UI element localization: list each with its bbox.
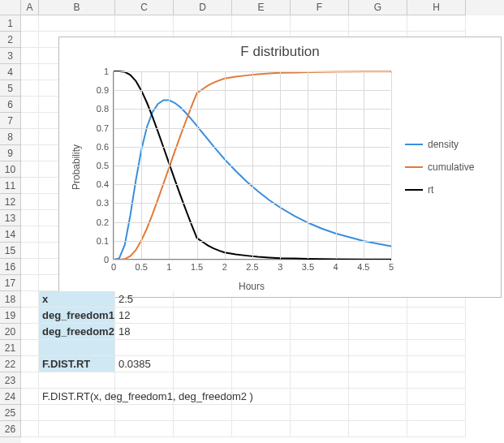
- grid-cell[interactable]: [232, 405, 291, 421]
- grid-cell[interactable]: [21, 64, 39, 80]
- row-header-8[interactable]: 8: [0, 129, 21, 145]
- grid-cell[interactable]: [39, 372, 115, 389]
- row-header-17[interactable]: 17: [0, 275, 21, 291]
- grid-cell[interactable]: [349, 405, 407, 421]
- grid-cell[interactable]: [407, 340, 466, 356]
- col-header-F[interactable]: F: [291, 0, 349, 15]
- grid-cell[interactable]: [407, 356, 466, 372]
- grid-cell[interactable]: [349, 15, 407, 32]
- col-header-E[interactable]: E: [232, 0, 291, 15]
- row-header-20[interactable]: 20: [0, 324, 21, 340]
- col-header-A[interactable]: A: [21, 0, 39, 15]
- grid-cell[interactable]: [115, 421, 174, 437]
- grid-cell[interactable]: [174, 372, 232, 389]
- row-header-26[interactable]: 26: [0, 421, 21, 437]
- grid-cell[interactable]: [349, 324, 407, 340]
- row-header-14[interactable]: 14: [0, 226, 21, 243]
- grid-cell[interactable]: [21, 372, 39, 389]
- grid-cell[interactable]: [39, 405, 115, 421]
- grid-cell[interactable]: [174, 421, 232, 437]
- legend-item-cumulative[interactable]: cumulative: [405, 161, 494, 173]
- grid-cell[interactable]: [407, 15, 466, 32]
- row-header-2[interactable]: 2: [0, 32, 21, 48]
- grid-cell[interactable]: [291, 308, 349, 324]
- grid-cell[interactable]: [349, 356, 407, 372]
- grid-cell[interactable]: [21, 308, 39, 324]
- cell-C22[interactable]: 0.0385: [115, 356, 174, 372]
- grid-cell[interactable]: [407, 324, 466, 340]
- row-header-9[interactable]: 9: [0, 145, 21, 161]
- grid-cell[interactable]: [174, 405, 232, 421]
- grid-cell[interactable]: [21, 243, 39, 259]
- col-header-H[interactable]: H: [407, 0, 466, 15]
- grid-cell[interactable]: [232, 372, 291, 389]
- row-header-23[interactable]: 23: [0, 372, 21, 389]
- col-header-D[interactable]: D: [174, 0, 232, 15]
- grid-cell[interactable]: [232, 15, 291, 32]
- grid-cell[interactable]: [232, 421, 291, 437]
- grid-cell[interactable]: [21, 194, 39, 210]
- row-header-10[interactable]: 10: [0, 161, 21, 178]
- grid-cell[interactable]: [21, 324, 39, 340]
- grid-cell[interactable]: [174, 356, 232, 372]
- grid-cell[interactable]: [291, 340, 349, 356]
- grid-cell[interactable]: [115, 405, 174, 421]
- grid-cell[interactable]: [21, 226, 39, 243]
- cell-C20[interactable]: 18: [115, 324, 174, 340]
- grid-cell[interactable]: [21, 210, 39, 226]
- grid-cell[interactable]: [232, 324, 291, 340]
- grid-cell[interactable]: [21, 421, 39, 437]
- grid-cell[interactable]: [21, 291, 39, 308]
- grid-cell[interactable]: [115, 372, 174, 389]
- grid-cell[interactable]: [21, 48, 39, 64]
- grid-cell[interactable]: [21, 405, 39, 421]
- row-header-1[interactable]: 1: [0, 15, 21, 32]
- row-header-3[interactable]: 3: [0, 48, 21, 64]
- row-header-19[interactable]: 19: [0, 308, 21, 324]
- grid-cell[interactable]: [21, 161, 39, 178]
- grid-cell[interactable]: [21, 340, 39, 356]
- chart-container[interactable]: F distribution Probability 00.10.20.30.4…: [58, 37, 502, 298]
- grid-cell[interactable]: [21, 113, 39, 129]
- grid-cell[interactable]: [21, 178, 39, 194]
- cell-C21[interactable]: [115, 340, 174, 356]
- grid-cell[interactable]: [407, 421, 466, 437]
- select-all-corner[interactable]: [0, 0, 21, 15]
- grid-cell[interactable]: [21, 15, 39, 32]
- row-header-21[interactable]: 21: [0, 340, 21, 356]
- row-header-25[interactable]: 25: [0, 405, 21, 421]
- cell-B18[interactable]: x: [39, 291, 115, 308]
- grid-cell[interactable]: [232, 308, 291, 324]
- grid-cell[interactable]: [232, 356, 291, 372]
- grid-cell[interactable]: [21, 97, 39, 113]
- row-header-11[interactable]: 11: [0, 178, 21, 194]
- grid-cell[interactable]: [115, 15, 174, 32]
- row-header-5[interactable]: 5: [0, 80, 21, 97]
- cell-B21[interactable]: [39, 340, 115, 356]
- grid-cell[interactable]: [21, 275, 39, 291]
- grid-cell[interactable]: [407, 389, 466, 405]
- grid-cell[interactable]: [349, 308, 407, 324]
- row-header-18[interactable]: 18: [0, 291, 21, 308]
- grid-cell[interactable]: [21, 356, 39, 372]
- grid-cell[interactable]: [39, 421, 115, 437]
- row-header-7[interactable]: 7: [0, 113, 21, 129]
- grid-cell[interactable]: [21, 80, 39, 97]
- grid-cell[interactable]: [291, 324, 349, 340]
- row-header-24[interactable]: 24: [0, 389, 21, 405]
- grid-cell[interactable]: [291, 405, 349, 421]
- cell-B24-formula-syntax[interactable]: F.DIST.RT(x, deg_freedom1, deg_freedom2 …: [39, 389, 388, 405]
- legend-item-rt[interactable]: rt: [405, 184, 494, 196]
- row-header-16[interactable]: 16: [0, 259, 21, 275]
- col-header-C[interactable]: C: [115, 0, 174, 15]
- grid-cell[interactable]: [21, 129, 39, 145]
- grid-cell[interactable]: [21, 145, 39, 161]
- row-header-13[interactable]: 13: [0, 210, 21, 226]
- grid-cell[interactable]: [407, 405, 466, 421]
- grid-cell[interactable]: [39, 15, 115, 32]
- grid-cell[interactable]: [291, 421, 349, 437]
- grid-cell[interactable]: [21, 32, 39, 48]
- grid-cell[interactable]: [21, 389, 39, 405]
- row-header-12[interactable]: 12: [0, 194, 21, 210]
- grid-cell[interactable]: [407, 372, 466, 389]
